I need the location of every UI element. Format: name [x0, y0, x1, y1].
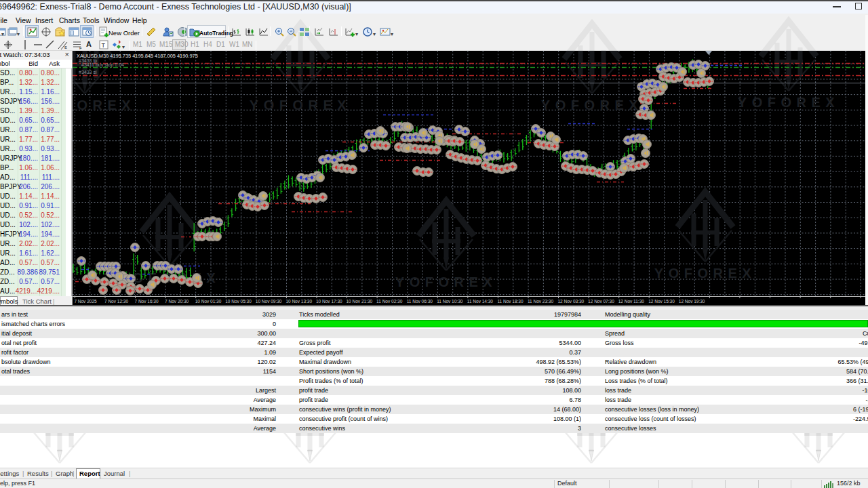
- svg-text:10 Nov 21:30: 10 Nov 21:30: [347, 299, 373, 304]
- svg-text:10 Nov 17:30: 10 Nov 17:30: [316, 299, 342, 304]
- svg-text:YOFOREX: YOFOREX: [73, 98, 136, 113]
- svg-text:E: E: [64, 45, 67, 49]
- svg-text:#3433 sl: #3433 sl: [79, 70, 97, 75]
- svg-text:11 Nov 14:30: 11 Nov 14:30: [467, 299, 494, 304]
- svg-text:10 Nov 13:30: 10 Nov 13:30: [285, 299, 312, 304]
- svg-text:YOFOREX: YOFOREX: [395, 274, 497, 289]
- svg-text:YOFOREX: YOFOREX: [738, 95, 840, 110]
- svg-text:7 Nov 12:30: 7 Nov 12:30: [104, 299, 128, 304]
- svg-text:12 Nov 07:30: 12 Nov 07:30: [588, 299, 614, 304]
- svg-text:10 Nov 01:30: 10 Nov 01:30: [195, 299, 222, 304]
- svg-text:12 Nov 15:30: 12 Nov 15:30: [648, 299, 675, 304]
- svg-text:F: F: [79, 46, 82, 50]
- svg-text:11 Nov 10:30: 11 Nov 10:30: [437, 299, 463, 304]
- svg-text:11 Nov 18:30: 11 Nov 18:30: [497, 299, 524, 304]
- svg-text:7 Nov 20:30: 7 Nov 20:30: [165, 299, 189, 304]
- svg-text:7 Nov 16:30: 7 Nov 16:30: [135, 299, 159, 304]
- svg-text:12 Nov 11:30: 12 Nov 11:30: [618, 299, 645, 304]
- svg-text:T: T: [102, 42, 106, 49]
- svg-text:YOFOREX: YOFOREX: [250, 98, 351, 113]
- svg-text:10 Nov 05:30: 10 Nov 05:30: [225, 299, 252, 304]
- svg-text:YOFOREX: YOFOREX: [541, 98, 643, 113]
- svg-text:7 Nov 2025: 7 Nov 2025: [74, 299, 97, 304]
- svg-text:#3411 buy stop 0.04: #3411 buy stop 0.04: [81, 62, 124, 68]
- svg-text:12 Nov 19:30: 12 Nov 19:30: [679, 299, 705, 304]
- svg-text:YOFOREX: YOFOREX: [654, 266, 756, 281]
- svg-text:11 Nov 06:30: 11 Nov 06:30: [407, 299, 433, 304]
- svg-text:11 Nov 02:30: 11 Nov 02:30: [376, 299, 403, 304]
- svg-text:11 Nov 23:30: 11 Nov 23:30: [528, 299, 554, 304]
- svg-text:10 Nov 09:30: 10 Nov 09:30: [256, 299, 282, 304]
- svg-text:12 Nov 03:30: 12 Nov 03:30: [558, 299, 585, 304]
